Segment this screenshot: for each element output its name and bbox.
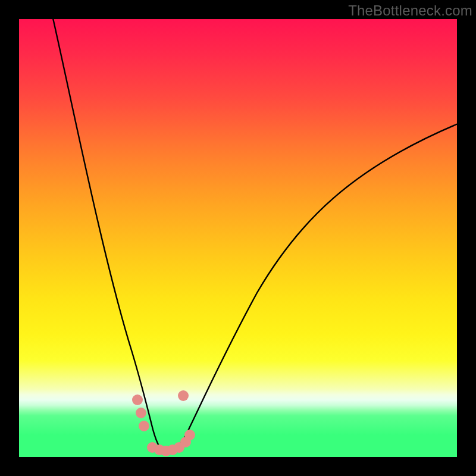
chart-frame: TheBottleneck.com <box>0 0 476 476</box>
chart-marker-dot <box>184 430 195 440</box>
chart-marker-dot <box>132 394 143 405</box>
chart-marker-dot <box>178 390 189 401</box>
chart-marker-dot <box>139 421 149 431</box>
chart-curves-svg <box>19 19 457 457</box>
chart-plot-area <box>19 19 457 457</box>
chart-marker-dot <box>136 408 146 418</box>
curve-path <box>52 13 459 452</box>
watermark-text: TheBottleneck.com <box>348 2 472 19</box>
